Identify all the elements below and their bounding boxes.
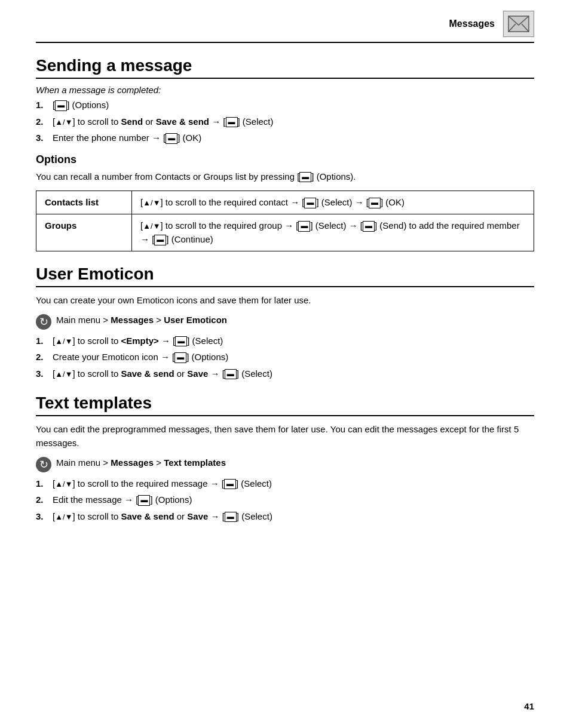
step-content-2: [▲/▼] to scroll to Send or Save & send →… [53, 115, 534, 129]
templates-step-content-1: [▲/▼] to scroll to the required message … [53, 477, 534, 491]
templates-step-2: 2. Edit the message → [▬] (Options) [36, 493, 534, 507]
header-title: Messages [449, 19, 495, 29]
options-body: You can recall a number from Contacts or… [36, 170, 534, 183]
updown-templates-3: ▲/▼ [55, 512, 72, 521]
key-select-templates-1: ▬ [224, 479, 236, 490]
user-emoticon-title: User Emoticon [36, 265, 534, 287]
key-options-templates-2: ▬ [138, 495, 150, 506]
table-row-contacts: Contacts list [▲/▼] to scroll to the req… [36, 191, 534, 214]
step-content-1: [▬] (Options) [53, 99, 534, 112]
step-content-3: Enter the phone number → [▬] (OK) [53, 131, 534, 145]
updown-groups: ▲/▼ [143, 222, 160, 231]
emoticon-step-num-3: 3. [36, 367, 53, 381]
templates-step-num-1: 1. [36, 477, 53, 491]
sending-title: Sending a message [36, 56, 534, 79]
emoticon-step-1: 1. [▲/▼] to scroll to <Empty> → [▬] (Sel… [36, 334, 534, 348]
page: Messages Sending a message When a messag… [0, 0, 570, 728]
nav-arrow-icon-2: ↻ [36, 457, 51, 472]
key-options-inline: ▬ [299, 172, 311, 183]
sending-step-3: 3. Enter the phone number → [▬] (OK) [36, 131, 534, 145]
updown-icon-2: ▲/▼ [55, 118, 72, 127]
step-num-3: 3. [36, 131, 53, 145]
sending-section: Sending a message When a message is comp… [36, 56, 534, 251]
sending-step-2: 2. [▲/▼] to scroll to Send or Save & sen… [36, 115, 534, 129]
user-emoticon-body: You can create your own Emoticon icons a… [36, 293, 534, 307]
page-header: Messages [36, 11, 534, 43]
key-send-groups: ▬ [363, 221, 375, 232]
user-emoticon-nav-text: Main menu > Messages > User Emoticon [56, 314, 227, 327]
messages-icon [503, 11, 534, 37]
step-num-1: 1. [36, 99, 53, 112]
emoticon-step-content-2: Create your Emoticon icon → [▬] (Options… [53, 351, 534, 364]
key-select-emoticon-3: ▬ [225, 369, 237, 380]
templates-step-1: 1. [▲/▼] to scroll to the required messa… [36, 477, 534, 491]
user-emoticon-section: User Emoticon You can create your own Em… [36, 265, 534, 380]
key-ok-3: ▬ [166, 133, 177, 144]
emoticon-step-num-2: 2. [36, 351, 53, 364]
emoticon-step-content-1: [▲/▼] to scroll to <Empty> → [▬] (Select… [53, 334, 534, 348]
templates-step-content-3: [▲/▼] to scroll to Save & send or Save →… [53, 510, 534, 524]
templates-step-3: 3. [▲/▼] to scroll to Save & send or Sav… [36, 510, 534, 524]
templates-step-content-2: Edit the message → [▬] (Options) [53, 493, 534, 507]
page-number: 41 [524, 701, 534, 711]
emoticon-step-num-1: 1. [36, 334, 53, 348]
templates-step-num-2: 2. [36, 493, 53, 507]
key-options-1: ▬ [55, 100, 67, 111]
key-ok-contacts: ▬ [369, 198, 381, 208]
emoticon-step-3: 3. [▲/▼] to scroll to Save & send or Sav… [36, 367, 534, 381]
updown-contacts: ▲/▼ [143, 198, 160, 207]
key-select-emoticon-1: ▬ [175, 336, 187, 347]
text-templates-nav-text: Main menu > Messages > Text templates [56, 456, 226, 470]
key-continue-groups: ▬ [154, 235, 166, 245]
sending-step-1: 1. [▬] (Options) [36, 99, 534, 112]
text-templates-nav: ↻ Main menu > Messages > Text templates [36, 456, 534, 472]
contacts-list-label: Contacts list [36, 191, 132, 214]
emoticon-step-content-3: [▲/▼] to scroll to Save & send or Save →… [53, 367, 534, 381]
templates-step-num-3: 3. [36, 510, 53, 524]
groups-content: [▲/▼] to scroll to the required group → … [132, 214, 534, 251]
nav-arrow-icon: ↻ [36, 314, 51, 330]
key-select-templates-3: ▬ [225, 512, 237, 523]
user-emoticon-steps: 1. [▲/▼] to scroll to <Empty> → [▬] (Sel… [36, 334, 534, 381]
key-options-emoticon-2: ▬ [174, 352, 186, 363]
options-table: Contacts list [▲/▼] to scroll to the req… [36, 191, 534, 252]
updown-templates-1: ▲/▼ [55, 480, 72, 489]
sending-steps: 1. [▬] (Options) 2. [▲/▼] to scroll to S… [36, 99, 534, 145]
options-subsection: Options You can recall a number from Con… [36, 153, 534, 252]
user-emoticon-nav: ↻ Main menu > Messages > User Emoticon [36, 314, 534, 330]
text-templates-body: You can edit the preprogrammed messages,… [36, 422, 534, 450]
key-select-contacts: ▬ [304, 198, 316, 208]
text-templates-steps: 1. [▲/▼] to scroll to the required messa… [36, 477, 534, 524]
emoticon-step-2: 2. Create your Emoticon icon → [▬] (Opti… [36, 351, 534, 364]
options-title: Options [36, 153, 534, 166]
updown-emoticon-3: ▲/▼ [55, 370, 72, 379]
updown-emoticon-1: ▲/▼ [55, 337, 72, 346]
key-select-2: ▬ [226, 117, 238, 128]
groups-label: Groups [36, 214, 132, 251]
step-num-2: 2. [36, 115, 53, 129]
contacts-list-content: [▲/▼] to scroll to the required contact … [132, 191, 534, 214]
sending-subtitle: When a message is completed: [36, 85, 534, 95]
key-select-groups: ▬ [298, 221, 310, 232]
table-row-groups: Groups [▲/▼] to scroll to the required g… [36, 214, 534, 251]
text-templates-title: Text templates [36, 394, 534, 416]
text-templates-section: Text templates You can edit the preprogr… [36, 394, 534, 523]
